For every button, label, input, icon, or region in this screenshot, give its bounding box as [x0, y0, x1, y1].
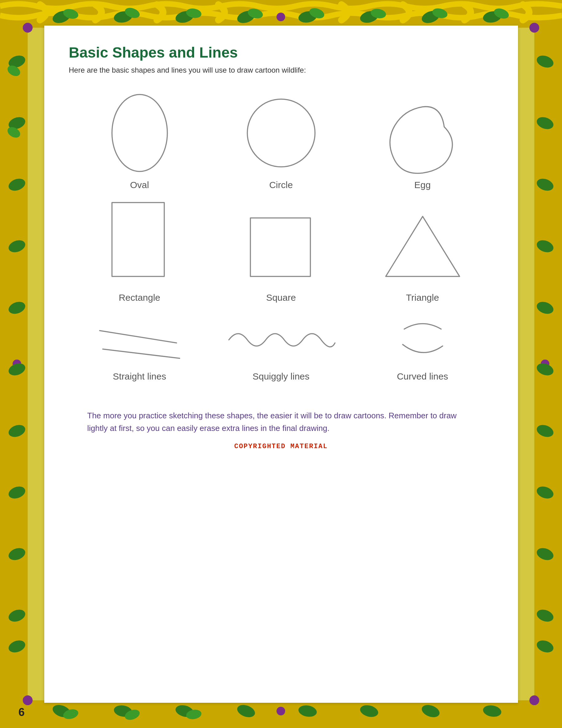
shapes-row-3: Straight lines Squiggly lines Cur [69, 312, 493, 382]
note-text: The more you practice sketching these sh… [87, 409, 475, 435]
egg-svg [383, 90, 463, 176]
shape-item-oval: Oval [81, 90, 198, 190]
rectangle-label: Rectangle [119, 292, 160, 303]
oval-label: Oval [130, 180, 149, 190]
circle-svg [244, 90, 318, 176]
squiggly-lines-svg [226, 312, 336, 368]
shapes-row-2: Rectangle Square Triangle [69, 196, 493, 303]
svg-point-6 [23, 695, 33, 705]
svg-point-7 [529, 695, 539, 705]
svg-point-9 [277, 707, 285, 715]
inner-page: Basic Shapes and Lines Here are the basi… [44, 26, 518, 703]
shapes-row-1: Oval Circle Egg [69, 90, 493, 190]
svg-line-69 [103, 349, 180, 358]
rectangle-svg [106, 196, 174, 289]
shape-item-square: Square [223, 209, 339, 303]
circle-label: Circle [269, 180, 293, 190]
svg-point-4 [23, 23, 33, 33]
shapes-section: Oval Circle Egg [69, 90, 493, 388]
straight-lines-label: Straight lines [113, 371, 166, 382]
page-number: 6 [18, 706, 25, 719]
curved-lines-label: Curved lines [397, 371, 448, 382]
straight-lines-svg [94, 312, 186, 368]
svg-rect-66 [251, 218, 310, 276]
curved-lines-svg [389, 312, 456, 368]
page-title: Basic Shapes and Lines [69, 44, 493, 61]
squiggly-lines-label: Squiggly lines [253, 371, 309, 382]
triangle-svg [379, 209, 466, 289]
svg-point-5 [529, 23, 539, 33]
triangle-label: Triangle [406, 292, 439, 303]
shape-item-rectangle: Rectangle [81, 196, 198, 303]
shape-item-triangle: Triangle [364, 209, 481, 303]
page-subtitle: Here are the basic shapes and lines you … [69, 66, 493, 74]
shape-item-circle: Circle [223, 90, 339, 190]
bottom-note: The more you practice sketching these sh… [69, 403, 493, 458]
egg-label: Egg [414, 180, 431, 190]
copyright-text: COPYRIGHTED MATERIAL [87, 441, 475, 452]
square-svg [244, 209, 318, 289]
shape-item-squiggly-lines: Squiggly lines [223, 312, 339, 382]
svg-line-68 [100, 331, 177, 343]
svg-marker-67 [386, 216, 460, 276]
page-container: Basic Shapes and Lines Here are the basi… [0, 0, 562, 728]
shape-item-curved-lines: Curved lines [364, 312, 481, 382]
oval-svg [106, 90, 174, 176]
svg-point-64 [247, 99, 315, 167]
svg-point-63 [112, 95, 167, 171]
svg-point-8 [277, 13, 285, 21]
shape-item-egg: Egg [364, 90, 481, 190]
svg-rect-65 [112, 203, 164, 276]
shape-item-straight-lines: Straight lines [81, 312, 198, 382]
square-label: Square [266, 292, 296, 303]
